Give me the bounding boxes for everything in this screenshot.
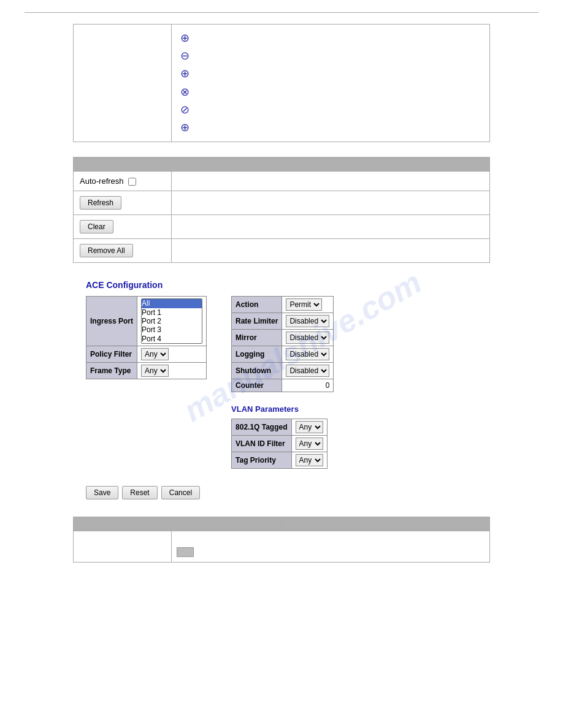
remove-all-label-cell: Remove All (74, 239, 172, 262)
ingress-port-listbox[interactable]: All Port 1 Port 2 Port 3 Port 4 (141, 298, 202, 344)
top-rule (25, 12, 538, 13)
policy-filter-label: Policy Filter (86, 346, 137, 363)
tagged-value-cell: Any (291, 419, 327, 436)
port-option-2: Port 2 (142, 317, 202, 325)
counter-value-cell: 0 (282, 379, 334, 392)
ingress-port-row: Ingress Port All Port 1 Port 2 Port 3 Po… (86, 297, 207, 346)
bottom-data-row (74, 531, 489, 562)
ace-title: ACE Configuration (86, 280, 514, 290)
auto-refresh-content (172, 172, 489, 191)
shutdown-value-cell: Disabled (282, 363, 334, 379)
action-value-cell: Permit (282, 297, 334, 313)
action-label: Action (232, 297, 282, 313)
counter-value: 0 (326, 381, 330, 390)
bottom-header-col-2 (282, 517, 490, 531)
icon-remove-1[interactable]: ⊖ (180, 48, 481, 64)
icon-table-right: ⊕ ⊖ ⊕ ⊗ ⊘ ⊕ (172, 25, 489, 142)
icon-table: ⊕ ⊖ ⊕ ⊗ ⊘ ⊕ (73, 24, 490, 142)
logging-label: Logging (232, 346, 282, 363)
tagged-select[interactable]: Any (296, 421, 323, 433)
policy-filter-select[interactable]: Any (141, 348, 169, 360)
remove-all-row: Remove All (74, 238, 489, 262)
tagged-row: 802.1Q Tagged Any (232, 419, 327, 436)
policy-filter-row: Policy Filter Any (86, 346, 207, 363)
ingress-port-select-cell: All Port 1 Port 2 Port 3 Port 4 (137, 297, 207, 346)
vlan-title: VLAN Parameters (231, 404, 334, 414)
mirror-row: Mirror Disabled (232, 330, 334, 346)
rate-limiter-row: Rate Limiter Disabled (232, 313, 334, 330)
frame-type-select[interactable]: Any (141, 365, 169, 377)
ace-right-table: Action Permit Rate Limiter Disabled (231, 296, 334, 392)
cancel-button[interactable]: Cancel (161, 486, 200, 499)
vlan-section: VLAN Parameters 802.1Q Tagged Any VLAN I… (231, 404, 334, 469)
bottom-header-col-1 (74, 517, 282, 531)
vlan-id-value-cell: Any (291, 436, 327, 452)
shutdown-label: Shutdown (232, 363, 282, 379)
control-header (74, 157, 489, 171)
action-row: Action Permit (232, 297, 334, 313)
refresh-content (172, 191, 489, 214)
shutdown-row: Shutdown Disabled (232, 363, 334, 379)
shutdown-select[interactable]: Disabled (286, 365, 329, 377)
ace-layout: Ingress Port All Port 1 Port 2 Port 3 Po… (86, 296, 514, 469)
vlan-id-row: VLAN ID Filter Any (232, 436, 327, 452)
tag-priority-value-cell: Any (291, 452, 327, 469)
icon-down-1[interactable]: ⊗ (180, 85, 481, 100)
clear-label-cell: Clear (74, 215, 172, 238)
tag-priority-row: Tag Priority Any (232, 452, 327, 469)
clear-row: Clear (74, 214, 489, 238)
logging-row: Logging Disabled (232, 346, 334, 363)
refresh-label-cell: Refresh (74, 191, 172, 214)
frame-type-row: Frame Type Any (86, 363, 207, 379)
port-option-all: All (142, 299, 202, 308)
auto-refresh-row: Auto-refresh (74, 171, 489, 191)
vlan-id-select[interactable]: Any (296, 438, 323, 450)
save-button[interactable]: Save (86, 486, 118, 499)
auto-refresh-checkbox[interactable] (128, 178, 136, 186)
clear-content (172, 215, 489, 238)
icon-table-left (74, 25, 172, 142)
icon-close-1[interactable]: ⊘ (180, 102, 481, 118)
auto-refresh-label-cell: Auto-refresh (74, 172, 172, 191)
vlan-table: 802.1Q Tagged Any VLAN ID Filter Any (231, 419, 327, 469)
bottom-data-left (74, 531, 172, 562)
frame-type-label: Frame Type (86, 363, 137, 379)
policy-filter-cell: Any (137, 346, 207, 363)
icon-add-2[interactable]: ⊕ (180, 66, 481, 82)
logging-value-cell: Disabled (282, 346, 334, 363)
clear-button[interactable]: Clear (80, 220, 113, 233)
bottom-data-right (172, 531, 489, 562)
bottom-header-row (74, 517, 489, 531)
port-option-1: Port 1 (142, 308, 202, 317)
action-select[interactable]: Permit (286, 298, 322, 311)
save-row: Save Reset Cancel (86, 486, 538, 499)
remove-all-content (172, 239, 489, 262)
mirror-value-cell: Disabled (282, 330, 334, 346)
icon-add-1[interactable]: ⊕ (180, 31, 481, 46)
rate-limiter-select[interactable]: Disabled (286, 315, 329, 327)
ace-section: ACE Configuration Ingress Port All Port … (86, 280, 514, 469)
bottom-table (73, 517, 490, 563)
small-gray-box (177, 547, 194, 557)
remove-all-button[interactable]: Remove All (80, 244, 133, 257)
mirror-select[interactable]: Disabled (286, 332, 329, 344)
tag-priority-select[interactable]: Any (296, 454, 323, 466)
ingress-port-label: Ingress Port (86, 297, 137, 346)
icon-add-3[interactable]: ⊕ (180, 120, 481, 135)
ace-right-section: Action Permit Rate Limiter Disabled (231, 296, 334, 469)
reset-button[interactable]: Reset (122, 486, 157, 499)
vlan-id-label: VLAN ID Filter (232, 436, 291, 452)
rate-limiter-label: Rate Limiter (232, 313, 282, 330)
port-option-4: Port 4 (142, 335, 202, 343)
counter-row: Counter 0 (232, 379, 334, 392)
tag-priority-label: Tag Priority (232, 452, 291, 469)
rate-limiter-value-cell: Disabled (282, 313, 334, 330)
frame-type-cell: Any (137, 363, 207, 379)
ace-left-table: Ingress Port All Port 1 Port 2 Port 3 Po… (86, 296, 207, 379)
tagged-label: 802.1Q Tagged (232, 419, 291, 436)
refresh-button[interactable]: Refresh (80, 196, 121, 210)
logging-select[interactable]: Disabled (286, 348, 329, 360)
auto-refresh-label: Auto-refresh (80, 176, 136, 186)
counter-label: Counter (232, 379, 282, 392)
control-section: Auto-refresh Refresh Clear Remove All (73, 157, 490, 263)
